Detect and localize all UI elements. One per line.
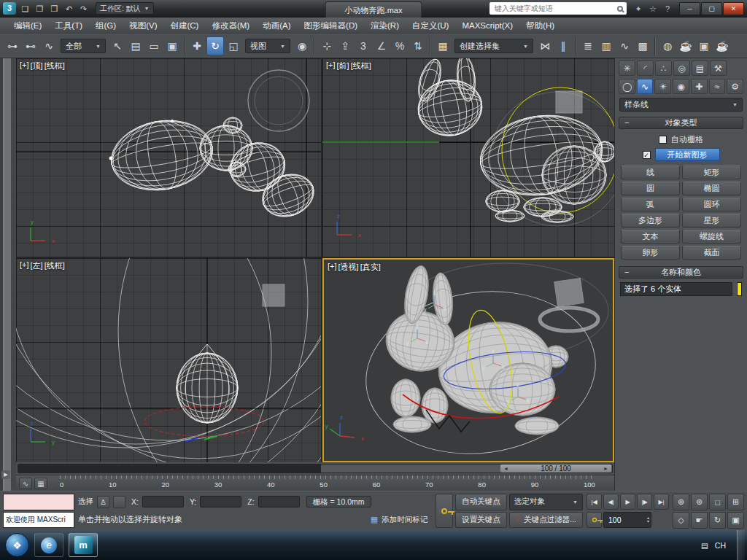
category-geometry[interactable]: ◯	[619, 79, 635, 94]
percent-snap-icon[interactable]: %	[391, 36, 409, 55]
play-button[interactable]: ▶	[620, 494, 635, 510]
graphite-ribbon-icon[interactable]: ▥	[597, 36, 615, 55]
rendered-frame-window-icon[interactable]: ▣	[695, 36, 713, 55]
viewport-shading-button[interactable]: [真实]	[360, 262, 381, 273]
category-lights[interactable]: ☀	[654, 79, 671, 94]
shape-button-ellipse[interactable]: 椭圆	[682, 182, 741, 195]
mirror-icon[interactable]: ⋈	[536, 36, 554, 55]
select-and-scale-icon[interactable]: ◱	[225, 36, 242, 55]
maximize-viewport-toggle[interactable]: ▣	[727, 512, 744, 529]
start-new-shape-button[interactable]: 开始新图形	[655, 148, 720, 161]
zoom-all-button[interactable]: ⊛	[691, 494, 708, 510]
viewport-name-button[interactable]: [前]	[337, 61, 349, 71]
material-editor-icon[interactable]: ◍	[659, 36, 676, 55]
menu-item-4[interactable]: 创建(C)	[163, 18, 205, 34]
track-bar[interactable]: ∿▦ 0102030405060708090100	[16, 475, 614, 491]
undo-icon[interactable]: ↶	[62, 2, 76, 15]
tab-utilities[interactable]: ⚒	[710, 61, 727, 76]
menu-item-6[interactable]: 动画(A)	[256, 18, 297, 34]
select-and-rotate-icon[interactable]: ↻	[206, 36, 224, 55]
keyboard-shortcut-override-icon[interactable]: ⇪	[336, 36, 354, 55]
viewport-shading-button[interactable]: [线框]	[351, 61, 371, 71]
viewport-name-button[interactable]: [透视]	[338, 262, 359, 273]
key-scope-dropdown[interactable]: 选定对象 ▼	[509, 494, 583, 510]
shape-button-rectangle[interactable]: 矩形	[682, 166, 741, 179]
shape-category-dropdown[interactable]: 样条线 ▼	[619, 98, 743, 112]
spinner-snap-icon[interactable]: ⇅	[409, 36, 427, 55]
curve-editor-icon[interactable]: ∿	[616, 36, 633, 55]
tab-modify[interactable]: ◜	[637, 61, 654, 76]
set-key-mode-button[interactable]	[436, 494, 453, 528]
unlink-selection-icon[interactable]: ⊷	[22, 36, 39, 55]
select-and-move-icon[interactable]: ✚	[188, 36, 206, 55]
tab-motion[interactable]: ◎	[673, 61, 690, 76]
viewport-shading-button[interactable]: [线框]	[44, 260, 65, 271]
reference-coordinate-system-dropdown[interactable]: 视图▼	[245, 39, 290, 53]
category-systems[interactable]: ⚙	[727, 79, 743, 94]
go-to-end-button[interactable]: ▶|	[654, 494, 669, 510]
frame-spinner[interactable]: ▴▾	[647, 516, 649, 524]
previous-frame-arrow-icon[interactable]: ◄	[503, 466, 508, 471]
menu-item-0[interactable]: 编辑(E)	[7, 18, 48, 34]
shape-button-helix[interactable]: 螺旋线	[682, 230, 741, 244]
schematic-view-icon[interactable]: ▩	[634, 36, 651, 55]
key-step-toggle[interactable]	[587, 512, 602, 528]
z-coordinate-field[interactable]	[258, 496, 300, 508]
field-of-view-button[interactable]: ◇	[673, 512, 689, 529]
viewport-name-button[interactable]: [顶]	[31, 61, 43, 71]
next-frame-arrow-icon[interactable]: ►	[603, 466, 608, 471]
menu-item-8[interactable]: 渲染(R)	[364, 18, 406, 34]
minimize-button[interactable]: ─	[679, 2, 700, 15]
menu-item-3[interactable]: 视图(V)	[123, 18, 163, 34]
set-key-button[interactable]: 设置关键点	[455, 512, 507, 529]
bind-to-space-warp-icon[interactable]: ∿	[40, 36, 58, 55]
select-object-icon[interactable]: ↖	[109, 36, 126, 55]
menu-item-11[interactable]: 帮助(H)	[519, 18, 561, 34]
open-mini-curve-editor-icon[interactable]: ∿	[19, 478, 32, 489]
shape-button-section[interactable]: 截面	[682, 246, 741, 260]
add-time-tag-button[interactable]: 添加时间标记	[382, 515, 427, 525]
use-pivot-point-center-icon[interactable]: ◉	[293, 36, 311, 55]
communication-center-icon[interactable]: ✦	[632, 2, 645, 15]
y-coordinate-field[interactable]	[200, 496, 241, 508]
auto-key-button[interactable]: 自动关键点	[455, 494, 507, 510]
object-color-swatch[interactable]	[737, 282, 742, 296]
menu-item-2[interactable]: 组(G)	[89, 18, 123, 34]
autogrid-checkbox[interactable]	[659, 136, 667, 144]
align-icon[interactable]: ∥	[554, 36, 572, 55]
viewport-left-view[interactable]: [+] [左] [线框] yz	[16, 258, 321, 462]
search-icon[interactable]	[617, 6, 623, 12]
redo-icon[interactable]: ↷	[77, 2, 90, 15]
maximize-button[interactable]: ▢	[701, 2, 722, 15]
select-by-name-icon[interactable]: ▤	[127, 36, 144, 55]
previous-frame-button[interactable]: ◀|	[603, 494, 619, 510]
select-and-link-icon[interactable]: ⊶	[4, 36, 21, 55]
menu-item-10[interactable]: MAXScript(X)	[455, 18, 519, 34]
edit-named-selection-sets-icon[interactable]: ▦	[434, 36, 452, 55]
isolate-selection-icon[interactable]: ♙	[97, 496, 109, 508]
viewport-shading-button[interactable]: [线框]	[44, 61, 65, 71]
start-button[interactable]: ❖	[5, 533, 29, 557]
workspace-dropdown[interactable]: 工作区: 默认 ▼	[96, 2, 154, 15]
shape-button-line[interactable]: 线	[621, 166, 680, 179]
pan-button[interactable]: ☛	[691, 512, 708, 529]
selection-lock-icon[interactable]	[113, 496, 125, 508]
x-coordinate-field[interactable]	[142, 496, 184, 508]
shape-button-donut[interactable]: 圆环	[682, 198, 741, 211]
spinner-down-icon[interactable]: ▾	[647, 520, 649, 524]
select-and-manipulate-icon[interactable]: ⊹	[318, 36, 336, 55]
snaps-toggle-3d-icon[interactable]: 3	[355, 36, 372, 55]
tray-app-icon[interactable]: ▤	[701, 541, 708, 550]
macro-recorder-line[interactable]	[3, 494, 74, 510]
close-button[interactable]: ✕	[723, 2, 744, 15]
viewport-front-view[interactable]: [+] [前] [线框] xz	[322, 58, 614, 257]
shape-button-arc[interactable]: 弧	[621, 198, 680, 211]
viewport-top-view[interactable]: [+] [顶] [线框] xy	[16, 58, 321, 257]
track-bar-filter-icon[interactable]: ▦	[34, 478, 47, 489]
tray-language-icon[interactable]: CH	[715, 541, 726, 550]
zoom-button[interactable]: ⊕	[673, 494, 689, 510]
next-frame-button[interactable]: |▶	[637, 494, 652, 510]
time-slider-handle[interactable]: ◄ 100 / 100 ►	[500, 464, 611, 472]
viewport-name-button[interactable]: [左]	[31, 260, 43, 271]
tab-display[interactable]: ▤	[692, 61, 708, 76]
